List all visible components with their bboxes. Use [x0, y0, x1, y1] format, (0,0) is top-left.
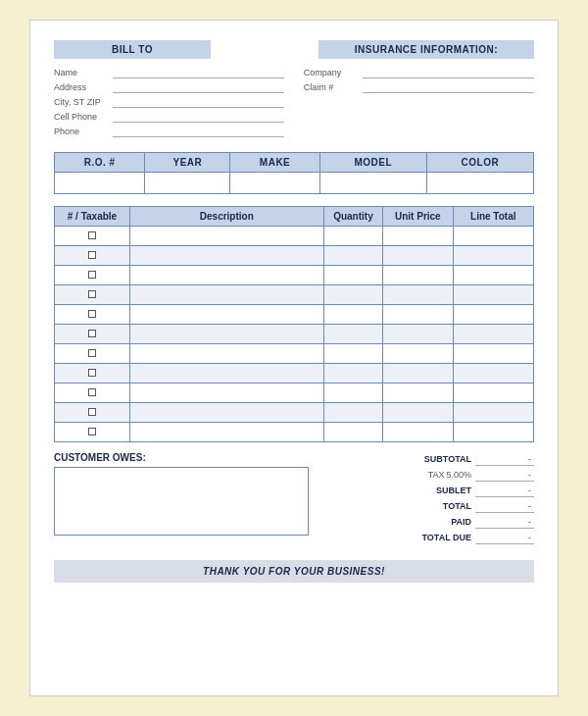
vehicle-col-make: MAKE: [230, 153, 319, 173]
line-desc-cell[interactable]: [129, 266, 323, 285]
line-qty-cell[interactable]: [323, 344, 382, 364]
line-unit-cell[interactable]: [383, 325, 453, 344]
line-total-cell[interactable]: [453, 227, 533, 246]
line-total-cell[interactable]: [453, 403, 533, 423]
taxable-checkbox[interactable]: [88, 271, 96, 279]
vehicle-year[interactable]: [145, 173, 230, 194]
bill-to-header: BILL TO: [54, 40, 211, 59]
line-unit-cell[interactable]: [383, 364, 453, 384]
line-total-cell[interactable]: [453, 423, 533, 442]
vehicle-color[interactable]: [426, 173, 533, 194]
info-section: Name Address City, ST ZIP Cell Phone Pho…: [54, 67, 534, 140]
line-unit-cell[interactable]: [383, 384, 453, 403]
vehicle-model[interactable]: [319, 173, 426, 194]
name-value[interactable]: [113, 67, 284, 78]
taxable-checkbox[interactable]: [88, 349, 96, 357]
line-desc-cell[interactable]: [129, 403, 323, 423]
city-row: City, ST ZIP: [54, 96, 284, 108]
cell-value[interactable]: [113, 111, 284, 123]
line-total-cell[interactable]: [453, 305, 533, 325]
footer-text: THANK YOU FOR YOUR BUSINESS!: [203, 566, 385, 577]
line-desc-cell[interactable]: [129, 325, 323, 344]
line-desc-cell[interactable]: [129, 227, 323, 246]
address-value[interactable]: [113, 81, 284, 93]
line-qty-cell[interactable]: [323, 285, 382, 305]
line-desc-cell[interactable]: [129, 423, 323, 442]
taxable-checkbox[interactable]: [88, 251, 96, 259]
customer-owes-label: CUSTOMER OWES:: [54, 452, 322, 463]
line-desc-cell[interactable]: [129, 305, 323, 325]
company-value[interactable]: [363, 67, 534, 78]
line-desc-cell[interactable]: [129, 364, 323, 384]
line-num-cell[interactable]: [55, 344, 130, 364]
line-unit-cell[interactable]: [383, 403, 453, 423]
line-desc-cell[interactable]: [129, 246, 323, 266]
line-unit-cell[interactable]: [383, 285, 453, 305]
line-desc-cell[interactable]: [129, 344, 323, 364]
line-unit-cell[interactable]: [383, 423, 453, 442]
line-total-cell[interactable]: [453, 384, 533, 403]
line-unit-cell[interactable]: [383, 266, 453, 285]
subtotal-value: -: [475, 452, 534, 466]
line-qty-cell[interactable]: [323, 364, 382, 384]
line-desc-cell[interactable]: [129, 384, 323, 403]
line-qty-cell[interactable]: [323, 325, 382, 344]
taxable-checkbox[interactable]: [88, 369, 96, 377]
city-value[interactable]: [113, 96, 284, 108]
tax-label: TAX: [428, 470, 445, 480]
vehicle-col-model: MODEL: [319, 153, 426, 173]
line-qty-cell[interactable]: [323, 403, 382, 423]
line-num-cell[interactable]: [55, 266, 130, 285]
line-item-row: [55, 227, 534, 246]
taxable-checkbox[interactable]: [88, 388, 96, 396]
line-desc-cell[interactable]: [129, 285, 323, 305]
line-num-cell[interactable]: [55, 325, 130, 344]
taxable-checkbox[interactable]: [88, 408, 96, 416]
line-unit-cell[interactable]: [383, 344, 453, 364]
line-total-cell[interactable]: [453, 266, 533, 285]
line-unit-cell[interactable]: [383, 227, 453, 246]
line-num-cell[interactable]: [55, 364, 130, 384]
claim-label: Claim #: [304, 82, 363, 92]
line-unit-cell[interactable]: [383, 305, 453, 325]
line-qty-cell[interactable]: [323, 246, 382, 266]
line-total-cell[interactable]: [453, 364, 533, 384]
line-num-cell[interactable]: [55, 384, 130, 403]
line-item-row: [55, 305, 534, 325]
line-num-cell[interactable]: [55, 246, 130, 266]
claim-value[interactable]: [363, 81, 534, 93]
line-qty-cell[interactable]: [323, 266, 382, 285]
company-row: Company: [304, 67, 534, 78]
line-num-cell[interactable]: [55, 285, 130, 305]
line-total-cell[interactable]: [453, 246, 533, 266]
taxable-checkbox[interactable]: [88, 428, 96, 435]
customer-owes-section: CUSTOMER OWES:: [54, 452, 322, 536]
taxable-checkbox[interactable]: [88, 310, 96, 318]
line-qty-cell[interactable]: [323, 423, 382, 442]
total-due-label: TOTAL DUE: [393, 533, 471, 542]
line-num-cell[interactable]: [55, 403, 130, 423]
col-header-desc: Description: [129, 207, 323, 227]
customer-owes-box[interactable]: [54, 467, 309, 536]
vehicle-make[interactable]: [230, 173, 319, 194]
line-total-cell[interactable]: [453, 285, 533, 305]
line-qty-cell[interactable]: [323, 227, 382, 246]
taxable-checkbox[interactable]: [88, 290, 96, 298]
taxable-checkbox[interactable]: [88, 330, 96, 337]
line-num-cell[interactable]: [55, 305, 130, 325]
sublet-value: -: [475, 484, 534, 497]
footer: THANK YOU FOR YOUR BUSINESS!: [54, 560, 534, 583]
vehicle-ro[interactable]: [55, 173, 145, 194]
phone-value[interactable]: [113, 126, 284, 137]
invoice-page: BILL TO INSURANCE INFORMATION: Name Addr…: [29, 20, 559, 696]
line-num-cell[interactable]: [55, 423, 130, 442]
tax-value: -: [475, 468, 534, 482]
line-num-cell[interactable]: [55, 227, 130, 246]
line-qty-cell[interactable]: [323, 384, 382, 403]
line-total-cell[interactable]: [453, 325, 533, 344]
tax-rate: 5.00%: [446, 470, 471, 480]
line-total-cell[interactable]: [453, 344, 533, 364]
taxable-checkbox[interactable]: [88, 231, 96, 239]
line-qty-cell[interactable]: [323, 305, 382, 325]
line-unit-cell[interactable]: [383, 246, 453, 266]
